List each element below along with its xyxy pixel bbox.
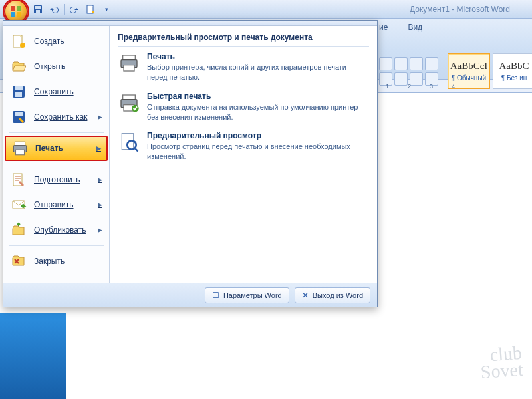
qat-undo-button[interactable] <box>48 3 60 15</box>
qat-redo-button[interactable] <box>68 3 80 15</box>
office-menu: Создать Открыть Сохранить Сохранить как <box>3 20 378 307</box>
menu-create-label: Создать <box>34 37 65 46</box>
svg-point-8 <box>92 11 94 13</box>
submenu-print-desc: Выбор принтера, числа копий и других пар… <box>147 63 366 82</box>
submenu-quick-print-desc: Отправка документа на используемый по ум… <box>147 102 366 122</box>
svg-rect-13 <box>15 92 22 97</box>
align-center-button[interactable] <box>394 72 408 86</box>
menu-send-label: Отправить <box>34 200 74 209</box>
save-icon <box>10 83 27 100</box>
ribbon-paragraph-group: AaBbCcI ¶ Обычный AaBbC ¶ Без ин <box>379 53 532 89</box>
menu-create[interactable]: Создать <box>5 29 108 54</box>
ruler-mark: 4 <box>452 83 455 90</box>
quick-print-icon <box>118 92 140 114</box>
exit-word-button[interactable]: ✕ Выход из Word <box>295 287 370 303</box>
styles-gallery: AaBbCcI ¶ Обычный AaBbC ¶ Без ин <box>448 53 532 89</box>
qat-new-button[interactable] <box>84 3 96 15</box>
svg-rect-2 <box>11 12 15 17</box>
bullet-list-button[interactable] <box>379 57 392 70</box>
submenu-preview-desc: Просмотр страниц перед печатью и внесени… <box>147 142 366 162</box>
multilevel-list-button[interactable] <box>410 57 423 70</box>
open-folder-icon <box>10 58 27 75</box>
qat-separator <box>64 4 65 15</box>
qat-customize-button[interactable]: ▾ <box>100 3 112 15</box>
menu-save-label: Сохранить <box>34 87 74 96</box>
new-doc-icon <box>10 33 27 50</box>
chevron-right-icon: ▶ <box>98 176 102 183</box>
style-no-indent[interactable]: AaBbC ¶ Без ин <box>493 53 532 89</box>
numbered-list-button[interactable] <box>394 57 408 70</box>
ruler-mark: 3 <box>430 83 433 90</box>
chevron-right-icon: ▶ <box>98 227 102 233</box>
menu-save-as[interactable]: Сохранить как ▶ <box>5 104 108 130</box>
submenu-print-preview[interactable]: Предварительный просмотр Просмотр страни… <box>118 131 369 162</box>
options-icon: ☐ <box>212 291 219 300</box>
menu-save-as-label: Сохранить как <box>34 112 87 122</box>
style-normal-label: ¶ Обычный <box>452 74 486 82</box>
menu-open[interactable]: Открыть <box>5 54 108 79</box>
qat-save-button[interactable] <box>32 3 44 15</box>
menu-separator <box>9 164 104 164</box>
ruler-mark: 2 <box>408 83 411 90</box>
menu-open-label: Открыть <box>34 62 65 71</box>
word-options-button[interactable]: ☐ Параметры Word <box>205 287 289 303</box>
ruler-mark: 1 <box>386 83 389 90</box>
save-icon <box>33 5 43 14</box>
save-as-icon <box>10 108 27 126</box>
svg-rect-6 <box>36 10 40 13</box>
menu-separator <box>9 245 104 246</box>
submenu-print[interactable]: Печать Выбор принтера, числа копий и дру… <box>118 52 369 82</box>
menu-print[interactable]: Печать ▶ <box>5 136 108 161</box>
svg-rect-0 <box>11 6 15 11</box>
menu-prepare[interactable]: Подготовить ▶ <box>5 167 108 192</box>
chevron-right-icon: ▶ <box>98 114 102 120</box>
svg-rect-24 <box>123 95 136 100</box>
chevron-right-icon: ▶ <box>96 145 101 152</box>
close-icon: ✕ <box>302 291 309 300</box>
office-menu-right: Предварительный просмотр и печать докуме… <box>110 26 377 283</box>
send-icon <box>10 196 27 213</box>
ribbon-tabs: ие Вид <box>379 19 532 35</box>
menu-close[interactable]: Закрыть <box>5 249 108 274</box>
svg-point-10 <box>20 43 25 48</box>
svg-rect-23 <box>124 65 134 71</box>
menu-prepare-label: Подготовить <box>34 175 80 184</box>
new-doc-icon <box>86 5 95 14</box>
submenu-quick-print[interactable]: Быстрая печать Отправка документа на исп… <box>118 92 369 122</box>
print-preview-icon <box>118 131 140 154</box>
svg-rect-3 <box>17 12 21 17</box>
svg-rect-18 <box>16 150 25 155</box>
svg-rect-21 <box>123 55 136 60</box>
menu-publish[interactable]: Опубликовать ▶ <box>5 217 108 243</box>
submenu-preview-title: Предварительный просмотр <box>147 131 366 140</box>
title-bar: ▾ Документ1 - Microsoft Word <box>0 0 532 19</box>
svg-rect-5 <box>35 6 41 9</box>
menu-save[interactable]: Сохранить <box>5 79 108 104</box>
menu-send[interactable]: Отправить ▶ <box>5 192 108 217</box>
document-area[interactable] <box>380 93 532 399</box>
printer-icon <box>118 52 140 74</box>
svg-rect-15 <box>15 112 23 116</box>
menu-print-label: Печать <box>35 144 63 153</box>
undo-icon <box>49 5 59 14</box>
menu-separator <box>9 132 104 133</box>
menu-close-label: Закрыть <box>34 257 65 266</box>
office-menu-left: Создать Открыть Сохранить Сохранить как <box>3 26 110 283</box>
quick-access-toolbar: ▾ <box>32 3 112 15</box>
submenu-print-title: Печать <box>147 52 366 61</box>
ribbon-tab-partial[interactable]: ие <box>379 23 388 32</box>
close-folder-icon <box>10 253 27 270</box>
submenu-quick-print-title: Быстрая печать <box>147 92 366 101</box>
publish-icon <box>10 221 27 239</box>
align-right-button[interactable] <box>410 72 423 86</box>
print-submenu-title: Предварительный просмотр и печать докуме… <box>118 31 369 47</box>
svg-rect-12 <box>15 86 23 90</box>
office-logo-icon <box>9 5 23 18</box>
decrease-indent-button[interactable] <box>425 57 438 70</box>
office-menu-header <box>3 21 377 26</box>
ribbon-tab-view[interactable]: Вид <box>408 23 422 32</box>
svg-rect-1 <box>17 6 21 11</box>
redo-icon <box>70 5 79 14</box>
chevron-right-icon: ▶ <box>98 201 102 208</box>
menu-publish-label: Опубликовать <box>34 225 86 235</box>
